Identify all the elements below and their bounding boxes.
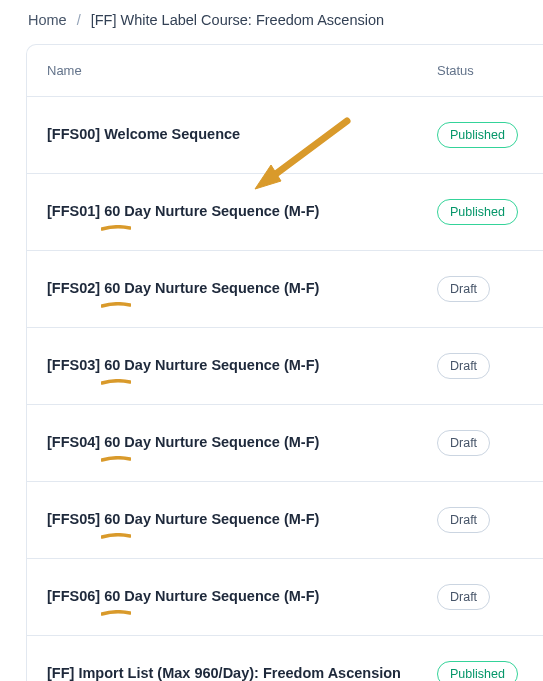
status-badge: Published <box>437 122 518 148</box>
status-badge: Published <box>437 199 518 225</box>
table-row[interactable]: [FFS02] 60 Day Nurture Sequence (M-F)Dra… <box>27 251 543 328</box>
breadcrumb-home[interactable]: Home <box>28 12 67 28</box>
column-header-status[interactable]: Status <box>437 63 523 78</box>
table-header: Name Status <box>27 45 543 97</box>
annotation-underline <box>101 456 131 462</box>
sequence-name[interactable]: [FFS04] 60 Day Nurture Sequence (M-F) <box>47 433 437 453</box>
breadcrumb-current: [FF] White Label Course: Freedom Ascensi… <box>91 12 384 28</box>
status-cell: Published <box>437 122 523 148</box>
status-cell: Draft <box>437 276 523 302</box>
sequences-panel: Name Status [FFS00] Welcome SequencePubl… <box>26 44 543 681</box>
status-cell: Draft <box>437 507 523 533</box>
table-row[interactable]: [FFS03] 60 Day Nurture Sequence (M-F)Dra… <box>27 328 543 405</box>
breadcrumb: Home / [FF] White Label Course: Freedom … <box>0 0 543 44</box>
annotation-underline <box>101 533 131 539</box>
table-row[interactable]: [FFS01] 60 Day Nurture Sequence (M-F)Pub… <box>27 174 543 251</box>
breadcrumb-separator: / <box>77 12 81 28</box>
sequence-name[interactable]: [FFS02] 60 Day Nurture Sequence (M-F) <box>47 279 437 299</box>
status-cell: Draft <box>437 430 523 456</box>
sequence-name[interactable]: [FFS06] 60 Day Nurture Sequence (M-F) <box>47 587 437 607</box>
column-header-name[interactable]: Name <box>47 63 437 78</box>
status-cell: Published <box>437 199 523 225</box>
status-badge: Draft <box>437 584 490 610</box>
status-badge: Draft <box>437 430 490 456</box>
status-cell: Draft <box>437 353 523 379</box>
sequence-name[interactable]: [FF] Import List (Max 960/Day): Freedom … <box>47 664 437 681</box>
sequence-name[interactable]: [FFS01] 60 Day Nurture Sequence (M-F) <box>47 202 437 222</box>
annotation-underline <box>101 379 131 385</box>
table-row[interactable]: [FFS05] 60 Day Nurture Sequence (M-F)Dra… <box>27 482 543 559</box>
sequence-name[interactable]: [FFS00] Welcome Sequence <box>47 125 437 145</box>
table-row[interactable]: [FFS00] Welcome SequencePublished <box>27 97 543 174</box>
table-row[interactable]: [FFS06] 60 Day Nurture Sequence (M-F)Dra… <box>27 559 543 636</box>
table-row[interactable]: [FFS04] 60 Day Nurture Sequence (M-F)Dra… <box>27 405 543 482</box>
sequence-name[interactable]: [FFS05] 60 Day Nurture Sequence (M-F) <box>47 510 437 530</box>
status-cell: Published <box>437 661 523 681</box>
status-badge: Draft <box>437 276 490 302</box>
annotation-underline <box>101 302 131 308</box>
annotation-underline <box>101 610 131 616</box>
sequence-name[interactable]: [FFS03] 60 Day Nurture Sequence (M-F) <box>47 356 437 376</box>
status-badge: Published <box>437 661 518 681</box>
annotation-underline <box>101 225 131 231</box>
status-badge: Draft <box>437 353 490 379</box>
status-badge: Draft <box>437 507 490 533</box>
table-row[interactable]: [FF] Import List (Max 960/Day): Freedom … <box>27 636 543 681</box>
status-cell: Draft <box>437 584 523 610</box>
table-body: [FFS00] Welcome SequencePublished[FFS01]… <box>27 97 543 681</box>
